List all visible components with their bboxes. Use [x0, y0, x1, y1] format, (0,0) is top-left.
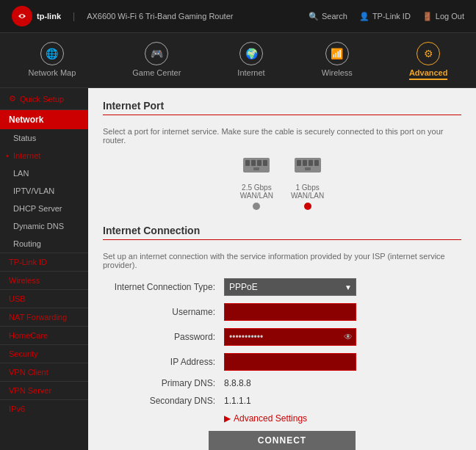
quick-setup-label: Quick Setup — [20, 95, 64, 104]
password-input[interactable] — [225, 330, 341, 344]
tab-advanced[interactable]: ⚙ Advanced — [397, 39, 460, 83]
svg-rect-3 — [245, 160, 250, 166]
svg-rect-7 — [253, 167, 259, 170]
port-1gbps-label: 1 GbpsWAN/LAN — [291, 184, 324, 200]
sidebar-item-dhcp-server[interactable]: DHCP Server — [0, 200, 88, 217]
sidebar-section-vpn-server[interactable]: VPN Server — [0, 381, 88, 399]
svg-rect-12 — [314, 160, 319, 166]
sidebar-section-network: Network — [0, 110, 88, 129]
svg-rect-4 — [251, 160, 256, 166]
tab-internet[interactable]: 🌍 Internet — [226, 39, 276, 83]
header-divider: | — [73, 11, 75, 21]
svg-rect-6 — [263, 160, 267, 166]
svg-rect-13 — [305, 167, 311, 170]
secondary-dns-label: Secondary DNS: — [103, 396, 224, 406]
search-button[interactable]: 🔍 Search — [309, 12, 347, 21]
primary-dns-row: Primary DNS: 8.8.8.8 — [103, 378, 461, 388]
connection-type-row: Internet Connection Type: PPPoE Dynamic … — [103, 278, 461, 296]
primary-dns-label: Primary DNS: — [103, 378, 224, 388]
sidebar-item-status[interactable]: Status — [0, 129, 88, 147]
internet-connection-divider — [103, 239, 461, 240]
password-label: Password: — [103, 332, 224, 342]
sidebar-section-usb[interactable]: USB — [0, 289, 88, 308]
tab-network-map-label: Network Map — [29, 68, 76, 77]
port-1gbps-icon — [293, 153, 322, 181]
connection-type-label: Internet Connection Type: — [103, 282, 224, 292]
logo: tp-link — [12, 6, 61, 26]
secondary-dns-row: Secondary DNS: 1.1.1.1 — [103, 396, 461, 406]
ip-address-row: IP Address: — [103, 353, 461, 371]
sidebar-section-homecare[interactable]: HomeCare — [0, 326, 88, 344]
username-row: Username: — [103, 303, 461, 321]
sidebar-section-nat-forwarding[interactable]: NAT Forwarding — [0, 308, 88, 326]
username-label: Username: — [103, 307, 224, 317]
advanced-settings-link[interactable]: ▶ Advanced Settings — [224, 413, 461, 424]
sidebar-section-ipv6[interactable]: IPv6 — [0, 399, 88, 418]
svg-rect-10 — [303, 160, 307, 166]
tab-wireless[interactable]: 📶 Wireless — [310, 39, 364, 83]
advanced-icon: ⚙ — [416, 42, 440, 65]
arrow-right-icon: ▶ — [224, 413, 231, 424]
logout-icon: 🚪 — [422, 12, 433, 21]
internet-connection-title: Internet Connection — [103, 225, 461, 236]
quick-setup-button[interactable]: ⚙ Quick Setup — [0, 88, 88, 110]
content-area: Internet Port Select a port for internet… — [88, 88, 476, 450]
connection-type-select[interactable]: PPPoE Dynamic IP Static IP L2TP PPTP — [224, 278, 356, 296]
wireless-icon: 📶 — [325, 42, 349, 65]
port-25gbps-label: 2.5 GbpsWAN/LAN — [240, 184, 273, 200]
network-map-icon: 🌐 — [40, 42, 64, 65]
sidebar-section-security[interactable]: Security — [0, 344, 88, 363]
tab-game-center[interactable]: 🎮 Game Center — [120, 39, 192, 83]
top-bar: tp-link | AX6600 Wi-Fi 6 Tri-Band Gaming… — [0, 0, 476, 33]
connect-button[interactable]: CONNECT — [209, 431, 356, 450]
tplink-id-button[interactable]: 👤 TP-Link ID — [359, 12, 411, 21]
tab-game-center-label: Game Center — [132, 68, 181, 77]
ip-address-input[interactable] — [224, 353, 356, 371]
top-bar-left: tp-link | AX6600 Wi-Fi 6 Tri-Band Gaming… — [12, 6, 233, 26]
port-25gbps[interactable]: 2.5 GbpsWAN/LAN — [240, 153, 273, 210]
password-wrapper: 👁 — [224, 328, 356, 346]
sidebar: ⚙ Quick Setup Network Status Internet LA… — [0, 88, 88, 450]
tab-network-map[interactable]: 🌐 Network Map — [17, 39, 88, 83]
sidebar-item-internet[interactable]: Internet — [0, 147, 88, 164]
internet-port-desc: Select a port for internet service. Make… — [103, 127, 461, 145]
connection-type-wrapper: PPPoE Dynamic IP Static IP L2TP PPTP ▼ — [224, 278, 356, 296]
port-25gbps-status — [253, 203, 260, 210]
search-icon: 🔍 — [309, 12, 319, 21]
tab-advanced-label: Advanced — [409, 68, 448, 80]
svg-rect-9 — [297, 160, 301, 166]
internet-connection-desc: Set up an internet connection with the s… — [103, 252, 461, 269]
logo-icon — [12, 6, 32, 26]
user-icon: 👤 — [359, 12, 369, 21]
port-selection: 2.5 GbpsWAN/LAN 1 GbpsWAN/LAN — [103, 153, 461, 210]
tab-internet-label: Internet — [237, 68, 264, 77]
secondary-dns-value: 1.1.1.1 — [224, 396, 251, 406]
password-toggle-icon[interactable]: 👁 — [341, 332, 356, 342]
sidebar-section-wireless[interactable]: Wireless — [0, 271, 88, 289]
nav-tabs: 🌐 Network Map 🎮 Game Center 🌍 Internet 📶… — [0, 33, 476, 88]
sidebar-item-iptv-vlan[interactable]: IPTV/VLAN — [0, 182, 88, 200]
top-bar-right: 🔍 Search 👤 TP-Link ID 🚪 Log Out — [309, 12, 464, 21]
logo-text: tp-link — [37, 12, 61, 21]
sidebar-item-lan[interactable]: LAN — [0, 164, 88, 182]
sidebar-item-routing[interactable]: Routing — [0, 235, 88, 253]
logout-button[interactable]: 🚪 Log Out — [422, 12, 464, 21]
svg-point-1 — [21, 15, 24, 18]
settings-icon: ⚙ — [9, 94, 16, 104]
sidebar-item-dynamic-dns[interactable]: Dynamic DNS — [0, 217, 88, 235]
internet-port-divider — [103, 115, 461, 115]
internet-icon: 🌍 — [239, 42, 263, 65]
game-center-icon: 🎮 — [145, 42, 168, 65]
sidebar-section-vpn-client[interactable]: VPN Client — [0, 363, 88, 381]
internet-port-title: Internet Port — [103, 100, 461, 112]
tab-wireless-label: Wireless — [322, 68, 353, 77]
main-layout: ⚙ Quick Setup Network Status Internet LA… — [0, 88, 476, 450]
port-1gbps[interactable]: 1 GbpsWAN/LAN — [291, 153, 324, 210]
router-name: AX6600 Wi-Fi 6 Tri-Band Gaming Router — [87, 12, 233, 21]
svg-rect-11 — [309, 160, 313, 166]
ip-address-label: IP Address: — [103, 357, 224, 367]
sidebar-section-tplink-id[interactable]: TP-Link ID — [0, 253, 88, 271]
password-row: Password: 👁 — [103, 328, 461, 346]
username-input[interactable] — [224, 303, 356, 321]
svg-rect-5 — [257, 160, 262, 166]
